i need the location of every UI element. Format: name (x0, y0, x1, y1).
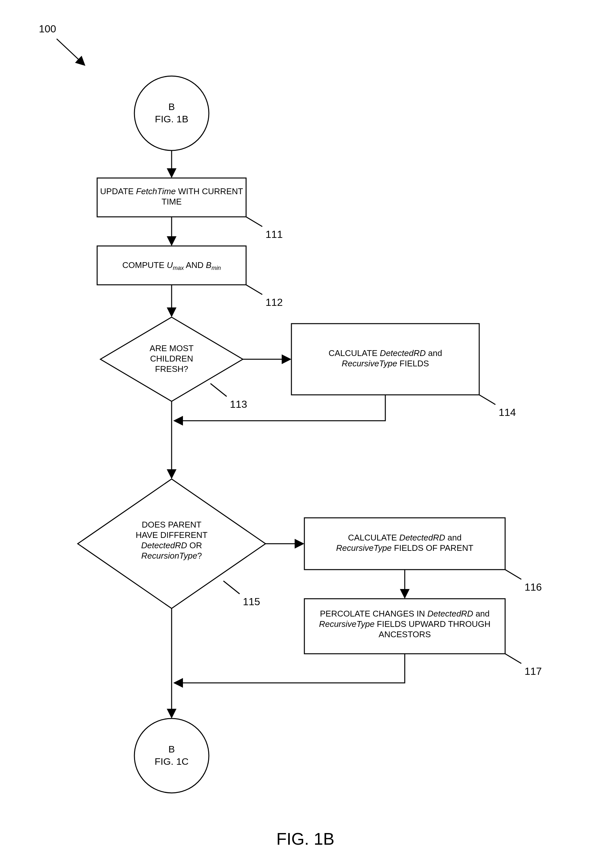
leader-111 (246, 217, 262, 226)
ref-115: 115 (243, 596, 260, 608)
ref-111: 111 (266, 228, 283, 240)
leader-116 (505, 570, 521, 579)
box117-l3: ANCESTORS (378, 629, 431, 639)
d113-l1: ARE MOST (149, 343, 194, 353)
d113-l3: FRESH? (155, 364, 188, 374)
box117-l1: PERCOLATE CHANGES IN DetectedRD and (320, 609, 490, 618)
ref-116: 116 (524, 581, 542, 593)
leader-113 (210, 383, 227, 397)
figure-number-arrow (57, 39, 84, 65)
connector-bottom-line2: FIG. 1C (154, 756, 188, 767)
flowchart-svg: 100 B FIG. 1B UPDATE FetchTime WITH CURR… (0, 0, 611, 868)
ref-114: 114 (499, 406, 516, 418)
connector-top-line2: FIG. 1B (155, 113, 188, 124)
figure-caption: FIG. 1B (276, 829, 334, 848)
arrow-114-rejoin (175, 395, 385, 421)
ref-113: 113 (230, 398, 247, 410)
box117-l2: RecursiveType FIELDS UPWARD THROUGH (319, 619, 491, 629)
connector-bottom-line1: B (168, 744, 175, 755)
ref-117: 117 (524, 665, 542, 677)
connector-circle-top (134, 76, 209, 150)
box116-l1: CALCULATE DetectedRD and (348, 533, 462, 542)
leader-117 (505, 654, 521, 663)
box111-line1: UPDATE FetchTime WITH CURRENT (100, 186, 243, 196)
d115-l4: RecursionType? (141, 551, 202, 561)
d115-l3: DetectedRD OR (141, 541, 202, 550)
d113-l2: CHILDREN (150, 354, 193, 363)
figure-number: 100 (39, 23, 56, 35)
ref-112: 112 (266, 296, 283, 308)
d115-l1: DOES PARENT (142, 520, 202, 530)
leader-115 (224, 581, 239, 594)
arrow-117-rejoin (175, 654, 405, 683)
d115-l2: HAVE DIFFERENT (136, 530, 208, 540)
box116-l2: RecursiveType FIELDS OF PARENT (336, 543, 473, 553)
box114-l2: RecursiveType FIELDS (342, 359, 429, 368)
box111-line2: TIME (162, 197, 182, 206)
connector-top-line1: B (168, 101, 175, 112)
box112-line: COMPUTE Umax AND Bmin (123, 260, 221, 271)
leader-114 (479, 395, 495, 405)
connector-circle-bottom (134, 718, 209, 793)
leader-112 (246, 285, 262, 294)
box114-l1: CALCULATE DetectedRD and (329, 348, 442, 358)
